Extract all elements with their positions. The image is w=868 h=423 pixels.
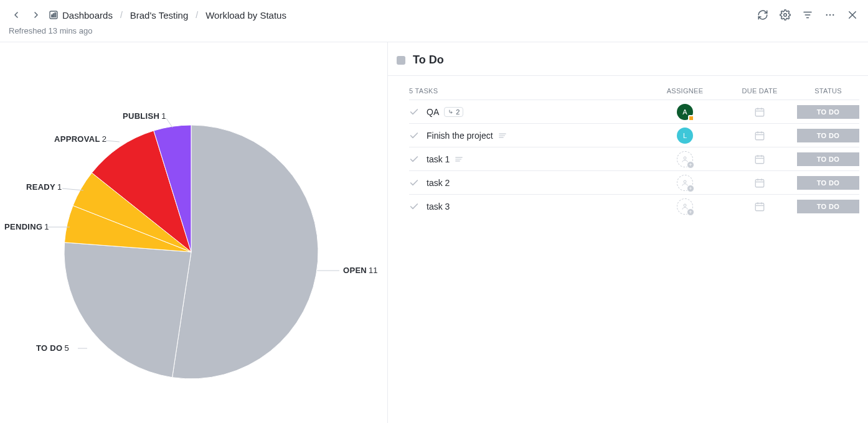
refresh-button[interactable]	[756, 8, 770, 22]
filter-button[interactable]	[801, 8, 814, 22]
pie-label-pending: PENDING1	[4, 222, 49, 231]
svg-rect-3	[55, 13, 56, 17]
task-row[interactable]: Finish the projectLTO DO	[409, 123, 859, 147]
breadcrumb-label: Brad's Testing	[130, 10, 188, 21]
more-button[interactable]	[823, 8, 837, 22]
svg-line-17	[106, 141, 120, 142]
pie-label-todo: TO DO5	[36, 343, 69, 353]
assign-user-button[interactable]: +	[677, 151, 693, 167]
description-icon	[455, 155, 463, 164]
breadcrumb-label: Dashboards	[62, 10, 113, 21]
task-name: QA	[427, 107, 439, 117]
due-date-cell[interactable]	[722, 130, 797, 141]
complete-check-icon[interactable]	[409, 131, 419, 141]
assign-user-button[interactable]: +	[677, 175, 693, 191]
column-header-tasks[interactable]: 5 TASKS	[409, 87, 648, 95]
status-badge[interactable]: TO DO	[797, 129, 859, 142]
dashboard-icon	[49, 10, 59, 20]
complete-check-icon[interactable]	[409, 154, 419, 164]
description-icon	[498, 131, 507, 140]
settings-button[interactable]	[778, 8, 792, 22]
breadcrumb-dashboards[interactable]: Dashboards	[49, 10, 113, 21]
nav-forward-button[interactable]	[29, 7, 44, 22]
assign-user-button[interactable]: +	[677, 198, 693, 215]
pie-label-publish: PUBLISH1	[123, 111, 166, 121]
complete-check-icon[interactable]	[409, 107, 419, 117]
svg-point-33	[684, 157, 686, 159]
close-button[interactable]	[846, 8, 859, 22]
pie-label-open: OPEN11	[343, 266, 378, 275]
svg-line-16	[62, 188, 83, 190]
svg-rect-2	[53, 14, 54, 17]
subtask-count-badge[interactable]: 2	[444, 107, 463, 117]
assignee-cell[interactable]: L	[648, 128, 722, 144]
svg-rect-44	[755, 203, 764, 210]
svg-point-8	[826, 14, 828, 16]
task-name: task 1	[427, 154, 450, 164]
svg-point-4	[784, 14, 787, 17]
svg-point-43	[684, 204, 686, 207]
breadcrumb-current: Workload by Status	[205, 10, 286, 21]
due-date-cell[interactable]	[722, 201, 797, 212]
svg-rect-26	[755, 132, 764, 139]
svg-point-38	[684, 180, 686, 183]
due-date-cell[interactable]	[722, 177, 797, 188]
svg-line-18	[166, 118, 172, 128]
task-row[interactable]: task 1+TO DO	[409, 147, 859, 170]
svg-rect-39	[755, 179, 764, 187]
breadcrumb-folder[interactable]: Brad's Testing	[130, 10, 188, 21]
due-date-cell[interactable]	[722, 154, 797, 165]
refreshed-text: Refreshed 13 mins ago	[9, 26, 92, 35]
task-name: task 2	[427, 178, 450, 188]
pie-label-approval: APPROVAL2	[54, 134, 106, 144]
assignee-cell[interactable]: A	[648, 104, 722, 120]
task-row[interactable]: task 3+TO DO	[409, 194, 859, 218]
status-badge[interactable]: TO DO	[797, 200, 859, 213]
nav-back-button[interactable]	[9, 7, 24, 22]
task-row[interactable]: task 2+TO DO	[409, 170, 859, 194]
column-header-status[interactable]: STATUS	[797, 87, 859, 95]
column-header-assignee[interactable]: ASSIGNEE	[648, 87, 722, 95]
status-badge[interactable]: TO DO	[797, 176, 859, 190]
assignee-avatar[interactable]: L	[677, 128, 693, 144]
assignee-cell[interactable]: +	[648, 151, 722, 167]
svg-rect-34	[755, 156, 764, 163]
breadcrumb-separator: /	[120, 10, 123, 20]
task-name: Finish the project	[427, 131, 493, 141]
assignee-avatar[interactable]: A	[677, 104, 693, 120]
task-name: task 3	[427, 202, 450, 212]
pie-label-ready: READY1	[26, 182, 62, 192]
svg-rect-1	[52, 15, 53, 17]
svg-point-10	[833, 14, 834, 16]
panel-title: To Do	[413, 53, 444, 67]
chart-panel: OPEN11 TO DO5 PENDING1 READY1 APPROVAL2 …	[0, 42, 388, 423]
svg-point-9	[829, 14, 831, 16]
svg-rect-19	[755, 108, 764, 116]
due-date-cell[interactable]	[722, 106, 797, 118]
column-header-due[interactable]: DUE DATE	[722, 87, 797, 95]
status-color-swatch	[397, 56, 405, 65]
breadcrumb-separator: /	[196, 10, 198, 20]
status-badge[interactable]: TO DO	[797, 105, 859, 119]
task-row[interactable]: QA2ATO DO	[409, 100, 859, 123]
assignee-cell[interactable]: +	[648, 175, 722, 191]
complete-check-icon[interactable]	[409, 178, 419, 188]
assignee-cell[interactable]: +	[648, 198, 722, 215]
status-badge[interactable]: TO DO	[797, 152, 859, 166]
complete-check-icon[interactable]	[409, 202, 419, 212]
